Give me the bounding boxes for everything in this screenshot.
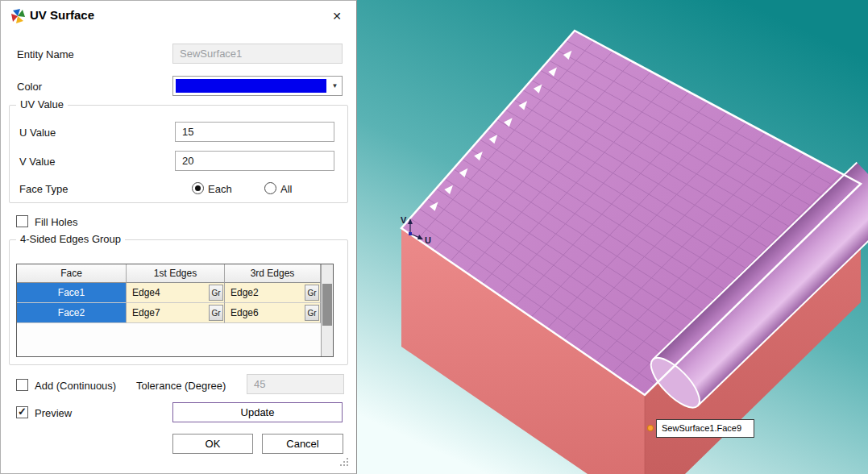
dialog-title: UV Surface <box>30 8 94 22</box>
tolerance-label: Tolerance (Degree) <box>136 380 226 392</box>
face-type-all-label: All <box>280 183 292 195</box>
group-pick-button[interactable]: Gr <box>209 285 223 301</box>
face-type-label: Face Type <box>19 183 68 195</box>
scrollbar-thumb[interactable] <box>322 284 332 326</box>
edge-value: Edge4 <box>132 287 160 298</box>
uv-value-group: UV Value U Value 15 V Value 20 Face Type… <box>9 105 348 203</box>
fill-holes-label: Fill Holes <box>35 216 77 228</box>
entity-name-label: Entity Name <box>17 48 74 60</box>
edges-group-title: 4-Sided Edges Group <box>16 233 125 245</box>
viewport-tooltip: SewSurface1.Face9 <box>662 423 741 433</box>
cancel-button[interactable]: Cancel <box>262 434 343 454</box>
axis-v-label: V <box>401 215 407 225</box>
face-type-each-radio[interactable] <box>192 182 204 194</box>
table-row-face-cell[interactable]: Face2 <box>17 303 127 323</box>
add-continuous-label: Add (Continuous) <box>35 380 116 392</box>
group-pick-button[interactable]: Gr <box>305 285 319 301</box>
u-value-input[interactable]: 15 <box>175 122 334 142</box>
preview-checkbox[interactable] <box>16 406 28 418</box>
group-pick-button[interactable]: Gr <box>209 305 223 321</box>
column-header-1st-edges: 1st Edges <box>127 264 225 283</box>
preview-label: Preview <box>35 407 72 419</box>
tolerance-input: 45 <box>247 374 344 394</box>
v-value-label: V Value <box>19 156 56 168</box>
face-type-each-label: Each <box>208 183 232 195</box>
v-value-input[interactable]: 20 <box>175 151 334 171</box>
table-row-3rd-edge-cell[interactable]: Edge2 Gr <box>225 283 321 303</box>
selection-point[interactable] <box>648 426 654 431</box>
uv-surface-dialog: UV Surface ✕ Entity Name SewSurface1 Col… <box>0 0 357 474</box>
ok-button[interactable]: OK <box>172 434 253 454</box>
column-header-3rd-edges: 3rd Edges <box>225 264 321 283</box>
table-row-3rd-edge-cell[interactable]: Edge6 Gr <box>225 303 321 323</box>
edges-group: 4-Sided Edges Group Face 1st Edges 3rd E… <box>9 239 348 365</box>
table-row-1st-edge-cell[interactable]: Edge7 Gr <box>127 303 225 323</box>
add-continuous-checkbox[interactable] <box>16 379 28 391</box>
table-row-face-cell[interactable]: Face1 <box>17 283 127 303</box>
edge-value: Edge2 <box>230 287 259 298</box>
table-row-1st-edge-cell[interactable]: Edge4 Gr <box>127 283 225 303</box>
table-scrollbar[interactable] <box>321 264 333 356</box>
app-logo-icon <box>10 7 27 24</box>
entity-name-input: SewSurface1 <box>172 44 343 64</box>
group-pick-button[interactable]: Gr <box>305 305 319 321</box>
resize-grip[interactable] <box>338 456 350 468</box>
color-label: Color <box>17 81 42 93</box>
column-header-face: Face <box>17 264 127 283</box>
u-value-label: U Value <box>19 127 56 139</box>
update-button[interactable]: Update <box>172 402 343 422</box>
uv-value-group-title: UV Value <box>16 98 68 110</box>
chevron-down-icon: ▼ <box>328 77 342 95</box>
fill-holes-checkbox[interactable] <box>16 215 28 227</box>
edge-value: Edge6 <box>230 307 259 318</box>
edge-value: Edge7 <box>132 307 160 318</box>
application-window: UV Surface ✕ Entity Name SewSurface1 Col… <box>0 0 868 474</box>
color-dropdown[interactable]: ▼ <box>172 76 343 96</box>
face-type-all-radio[interactable] <box>264 182 276 194</box>
close-icon[interactable]: ✕ <box>325 6 349 26</box>
viewport-3d[interactable]: V U SewSurface1.Face9 <box>357 0 868 474</box>
axis-u-label: U <box>425 235 431 245</box>
color-swatch <box>176 79 326 93</box>
edges-table: Face 1st Edges 3rd Edges Face1 Edge4 Gr … <box>16 264 334 357</box>
